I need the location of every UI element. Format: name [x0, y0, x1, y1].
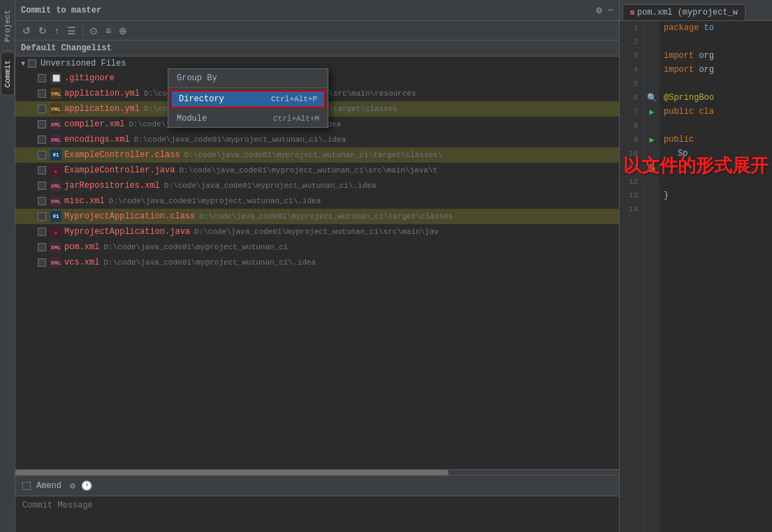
table-row[interactable]: ☕ MyprojectApplication.java D:\code\java… — [15, 224, 619, 239]
code-area: 1 2 3 4 5 6 7 8 9 10 11 12 13 14 — [620, 21, 772, 532]
file-name: ExampleController.java — [64, 165, 175, 175]
run-icon-2[interactable]: ▶ — [649, 133, 654, 147]
group-checkbox[interactable] — [28, 59, 36, 68]
file-name: application.yml — [64, 89, 140, 98]
file-checkbox[interactable] — [38, 105, 46, 113]
copy-button[interactable]: ☰ — [64, 24, 79, 38]
line-num: 9 — [633, 133, 638, 147]
file-list-area: Default Changelist ▼ Unversioned Files ⬜… — [15, 40, 619, 469]
file-checkbox[interactable] — [38, 74, 46, 82]
code-line — [664, 35, 772, 49]
table-row[interactable]: ☕ ExampleController.java D:\code\java_co… — [15, 163, 619, 178]
clock-icon[interactable]: 🕐 — [81, 480, 92, 492]
minimize-icon[interactable]: − — [608, 5, 613, 16]
yaml-icon: YML — [50, 103, 61, 114]
file-path: D:\code\java_code01\myproject_wutunan_ci… — [134, 135, 347, 144]
file-checkbox[interactable] — [38, 243, 46, 251]
line-num: 4 — [633, 63, 638, 77]
line-num: 5 — [633, 77, 638, 91]
file-checkbox[interactable] — [38, 166, 46, 175]
undo-button[interactable]: ↻ — [36, 24, 50, 38]
line-num: 10 — [629, 147, 638, 161]
table-row[interactable]: XML misc.xml D:\code\java_code01\myproje… — [15, 193, 619, 209]
file-path: D:\code\java_code01\myproject_wutunan_ci… — [109, 197, 321, 205]
file-name: pom.xml — [64, 242, 99, 252]
file-name: ExampleController.class — [64, 150, 180, 160]
file-checkbox[interactable] — [38, 228, 46, 236]
java-icon: ☕ — [50, 226, 61, 237]
context-menu: Group By Directory Ctrl+Alt+P Module Ctr… — [168, 68, 328, 128]
settings-icon[interactable]: ⚙ — [70, 480, 75, 492]
code-line: import org — [664, 63, 772, 77]
xml-icon: XML — [50, 119, 61, 130]
file-checkbox[interactable] — [38, 151, 46, 159]
xml-icon: XML — [50, 242, 61, 253]
file-path: D:\code\java_code01\myproject_wutunan_ci… — [194, 228, 439, 236]
panel-title: Commit to master — [21, 6, 101, 15]
file-checkbox[interactable] — [38, 212, 46, 221]
xml-icon: XML — [50, 134, 61, 145]
file-name: MyprojectApplication.class — [64, 212, 195, 221]
table-row[interactable]: 01 MyprojectApplication.class D:\code\ja… — [15, 209, 619, 224]
line-num: 1 — [633, 21, 638, 35]
file-name: compiler.xml — [64, 119, 124, 129]
file-checkbox[interactable] — [38, 89, 46, 98]
table-row[interactable]: 01 ExampleController.class D:\code\java_… — [15, 147, 619, 163]
line-num: 2 — [633, 35, 638, 49]
editor-tab[interactable]: m pom.xml (myproject_w — [622, 4, 745, 20]
table-row[interactable]: XML vcs.xml D:\code\java_code01\myprojec… — [15, 255, 619, 270]
file-path: D:\code\java_code01\myproject_wutunan_ci… — [199, 212, 453, 221]
refresh-button[interactable]: ↺ — [20, 24, 34, 38]
file-path: D:\code\java_code01\myproject_wutunan_ci… — [103, 258, 316, 267]
move-up-button[interactable]: ↑ — [52, 24, 62, 38]
changelist-header[interactable]: Default Changelist — [15, 40, 619, 57]
context-menu-item-directory[interactable]: Directory Ctrl+Alt+P — [170, 90, 326, 108]
list-button[interactable]: ≡ — [103, 24, 114, 38]
settings-icon[interactable]: ⚙ — [596, 4, 602, 16]
line-num: 6 — [633, 91, 638, 105]
file-checkbox[interactable] — [38, 135, 46, 144]
amend-checkbox[interactable] — [22, 482, 31, 490]
file-checkbox[interactable] — [38, 258, 46, 267]
file-checkbox[interactable] — [38, 182, 46, 190]
file-name: misc.xml — [64, 196, 105, 206]
horizontal-scrollbar[interactable] — [15, 469, 619, 475]
run-icon[interactable]: ▶ — [649, 105, 654, 119]
file-path: D:\code\java_code01\myproject_wutunan_ci… — [184, 151, 443, 159]
file-path: D:\code\java_code01\myproject_wutunan_ci… — [179, 166, 437, 175]
vertical-tab-commit[interactable]: Commit — [1, 52, 15, 96]
table-row[interactable]: XML encodings.xml D:\code\java_code01\my… — [15, 132, 619, 147]
xml-icon: XML — [50, 257, 61, 268]
scrollbar-thumb[interactable] — [15, 470, 449, 475]
module-shortcut: Ctrl+Alt+M — [273, 114, 319, 123]
directory-label: Directory — [179, 94, 224, 104]
vertical-tab-project[interactable]: Project — [1, 3, 14, 49]
xml-icon: XML — [50, 180, 61, 191]
expand-button[interactable]: ⊕ — [116, 24, 130, 38]
code-line: public cla — [664, 105, 772, 119]
spring-boot-icon: 🔍 — [647, 91, 657, 105]
xml-icon: XML — [50, 195, 61, 207]
commit-message-area[interactable]: Commit Message — [15, 496, 619, 532]
view-button[interactable]: ⊙ — [87, 24, 101, 38]
code-line: } — [664, 189, 772, 202]
commit-panel: Commit to master ⚙ − ↺ ↻ ↑ ☰ ⊙ ≡ ⊕ Defau… — [15, 0, 620, 532]
group-arrow-icon: ▼ — [21, 60, 25, 68]
group-label: Unversioned Files — [41, 59, 126, 68]
file-name: MyprojectApplication.java — [64, 227, 190, 237]
table-row[interactable]: XML jarRepositories.xml D:\code\java_cod… — [15, 178, 619, 193]
java-icon: ☕ — [50, 165, 61, 176]
toolbar: ↺ ↻ ↑ ☰ ⊙ ≡ ⊕ — [15, 21, 619, 40]
yaml-icon: YML — [50, 88, 61, 99]
context-menu-item-module[interactable]: Module Ctrl+Alt+M — [168, 110, 328, 127]
table-row[interactable]: XML pom.xml D:\code\java_code01\myprojec… — [15, 239, 619, 255]
file-type-icon: ⬜ — [50, 73, 61, 84]
panel-header: Commit to master ⚙ − — [15, 0, 619, 21]
line-num: 11 — [629, 161, 638, 175]
line-numbers-gutter: 1 2 3 4 5 6 7 8 9 10 11 12 13 14 — [620, 21, 644, 532]
file-checkbox[interactable] — [38, 120, 46, 128]
code-line: package to — [664, 21, 772, 35]
amend-label: Amend — [36, 481, 61, 491]
file-checkbox[interactable] — [38, 197, 46, 205]
code-line — [664, 202, 772, 216]
